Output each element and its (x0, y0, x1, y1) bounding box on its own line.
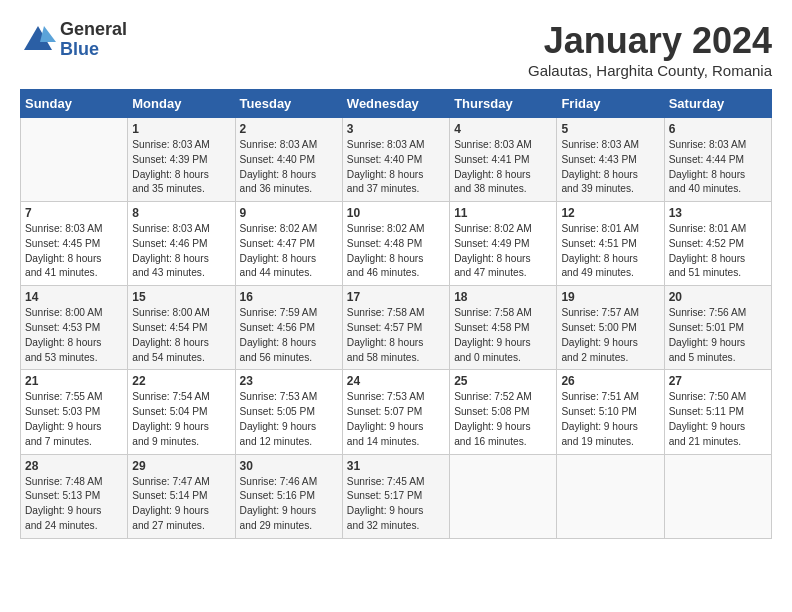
day-number: 9 (240, 206, 338, 220)
logo-text: General Blue (60, 20, 127, 60)
location-title: Galautas, Harghita County, Romania (528, 62, 772, 79)
week-row-5: 28Sunrise: 7:48 AMSunset: 5:13 PMDayligh… (21, 454, 772, 538)
day-cell (21, 118, 128, 202)
day-number: 3 (347, 122, 445, 136)
day-cell: 30Sunrise: 7:46 AMSunset: 5:16 PMDayligh… (235, 454, 342, 538)
day-cell (557, 454, 664, 538)
day-cell: 20Sunrise: 7:56 AMSunset: 5:01 PMDayligh… (664, 286, 771, 370)
day-info: Sunrise: 7:48 AMSunset: 5:13 PMDaylight:… (25, 475, 123, 534)
day-cell: 5Sunrise: 8:03 AMSunset: 4:43 PMDaylight… (557, 118, 664, 202)
day-info: Sunrise: 7:52 AMSunset: 5:08 PMDaylight:… (454, 390, 552, 449)
day-cell: 6Sunrise: 8:03 AMSunset: 4:44 PMDaylight… (664, 118, 771, 202)
day-cell: 7Sunrise: 8:03 AMSunset: 4:45 PMDaylight… (21, 202, 128, 286)
day-cell: 17Sunrise: 7:58 AMSunset: 4:57 PMDayligh… (342, 286, 449, 370)
day-number: 21 (25, 374, 123, 388)
day-cell: 21Sunrise: 7:55 AMSunset: 5:03 PMDayligh… (21, 370, 128, 454)
day-number: 31 (347, 459, 445, 473)
day-header-wednesday: Wednesday (342, 90, 449, 118)
day-info: Sunrise: 8:02 AMSunset: 4:48 PMDaylight:… (347, 222, 445, 281)
day-info: Sunrise: 7:55 AMSunset: 5:03 PMDaylight:… (25, 390, 123, 449)
logo-blue: Blue (60, 40, 127, 60)
day-header-sunday: Sunday (21, 90, 128, 118)
day-number: 17 (347, 290, 445, 304)
day-number: 16 (240, 290, 338, 304)
day-cell: 3Sunrise: 8:03 AMSunset: 4:40 PMDaylight… (342, 118, 449, 202)
day-number: 22 (132, 374, 230, 388)
day-cell: 13Sunrise: 8:01 AMSunset: 4:52 PMDayligh… (664, 202, 771, 286)
day-number: 8 (132, 206, 230, 220)
day-number: 6 (669, 122, 767, 136)
header: General Blue January 2024 Galautas, Harg… (20, 20, 772, 79)
day-number: 14 (25, 290, 123, 304)
logo-general: General (60, 20, 127, 40)
day-cell: 26Sunrise: 7:51 AMSunset: 5:10 PMDayligh… (557, 370, 664, 454)
day-info: Sunrise: 8:03 AMSunset: 4:40 PMDaylight:… (240, 138, 338, 197)
day-cell: 2Sunrise: 8:03 AMSunset: 4:40 PMDaylight… (235, 118, 342, 202)
day-header-monday: Monday (128, 90, 235, 118)
month-title: January 2024 (528, 20, 772, 62)
day-info: Sunrise: 8:02 AMSunset: 4:49 PMDaylight:… (454, 222, 552, 281)
day-number: 19 (561, 290, 659, 304)
calendar-table: SundayMondayTuesdayWednesdayThursdayFrid… (20, 89, 772, 539)
day-cell: 31Sunrise: 7:45 AMSunset: 5:17 PMDayligh… (342, 454, 449, 538)
day-header-saturday: Saturday (664, 90, 771, 118)
header-row: SundayMondayTuesdayWednesdayThursdayFrid… (21, 90, 772, 118)
day-cell (664, 454, 771, 538)
day-number: 2 (240, 122, 338, 136)
day-header-thursday: Thursday (450, 90, 557, 118)
day-info: Sunrise: 8:00 AMSunset: 4:54 PMDaylight:… (132, 306, 230, 365)
day-cell: 16Sunrise: 7:59 AMSunset: 4:56 PMDayligh… (235, 286, 342, 370)
day-info: Sunrise: 7:51 AMSunset: 5:10 PMDaylight:… (561, 390, 659, 449)
day-cell: 15Sunrise: 8:00 AMSunset: 4:54 PMDayligh… (128, 286, 235, 370)
day-cell: 23Sunrise: 7:53 AMSunset: 5:05 PMDayligh… (235, 370, 342, 454)
day-cell: 18Sunrise: 7:58 AMSunset: 4:58 PMDayligh… (450, 286, 557, 370)
day-info: Sunrise: 7:50 AMSunset: 5:11 PMDaylight:… (669, 390, 767, 449)
day-number: 29 (132, 459, 230, 473)
day-cell: 8Sunrise: 8:03 AMSunset: 4:46 PMDaylight… (128, 202, 235, 286)
day-info: Sunrise: 7:54 AMSunset: 5:04 PMDaylight:… (132, 390, 230, 449)
day-info: Sunrise: 8:00 AMSunset: 4:53 PMDaylight:… (25, 306, 123, 365)
day-info: Sunrise: 7:58 AMSunset: 4:57 PMDaylight:… (347, 306, 445, 365)
day-number: 26 (561, 374, 659, 388)
day-header-tuesday: Tuesday (235, 90, 342, 118)
day-info: Sunrise: 8:01 AMSunset: 4:51 PMDaylight:… (561, 222, 659, 281)
day-cell: 28Sunrise: 7:48 AMSunset: 5:13 PMDayligh… (21, 454, 128, 538)
day-cell: 14Sunrise: 8:00 AMSunset: 4:53 PMDayligh… (21, 286, 128, 370)
day-info: Sunrise: 7:53 AMSunset: 5:05 PMDaylight:… (240, 390, 338, 449)
day-cell: 11Sunrise: 8:02 AMSunset: 4:49 PMDayligh… (450, 202, 557, 286)
day-cell: 9Sunrise: 8:02 AMSunset: 4:47 PMDaylight… (235, 202, 342, 286)
day-info: Sunrise: 8:03 AMSunset: 4:43 PMDaylight:… (561, 138, 659, 197)
day-info: Sunrise: 8:01 AMSunset: 4:52 PMDaylight:… (669, 222, 767, 281)
day-cell: 1Sunrise: 8:03 AMSunset: 4:39 PMDaylight… (128, 118, 235, 202)
week-row-1: 1Sunrise: 8:03 AMSunset: 4:39 PMDaylight… (21, 118, 772, 202)
day-info: Sunrise: 7:57 AMSunset: 5:00 PMDaylight:… (561, 306, 659, 365)
day-info: Sunrise: 8:03 AMSunset: 4:41 PMDaylight:… (454, 138, 552, 197)
day-info: Sunrise: 8:03 AMSunset: 4:45 PMDaylight:… (25, 222, 123, 281)
day-info: Sunrise: 7:47 AMSunset: 5:14 PMDaylight:… (132, 475, 230, 534)
day-info: Sunrise: 8:02 AMSunset: 4:47 PMDaylight:… (240, 222, 338, 281)
day-number: 4 (454, 122, 552, 136)
day-info: Sunrise: 8:03 AMSunset: 4:46 PMDaylight:… (132, 222, 230, 281)
day-info: Sunrise: 8:03 AMSunset: 4:44 PMDaylight:… (669, 138, 767, 197)
day-number: 7 (25, 206, 123, 220)
week-row-3: 14Sunrise: 8:00 AMSunset: 4:53 PMDayligh… (21, 286, 772, 370)
week-row-2: 7Sunrise: 8:03 AMSunset: 4:45 PMDaylight… (21, 202, 772, 286)
day-number: 1 (132, 122, 230, 136)
day-number: 23 (240, 374, 338, 388)
day-cell: 24Sunrise: 7:53 AMSunset: 5:07 PMDayligh… (342, 370, 449, 454)
day-number: 13 (669, 206, 767, 220)
day-cell: 27Sunrise: 7:50 AMSunset: 5:11 PMDayligh… (664, 370, 771, 454)
svg-marker-1 (40, 26, 56, 42)
day-info: Sunrise: 7:59 AMSunset: 4:56 PMDaylight:… (240, 306, 338, 365)
day-info: Sunrise: 7:53 AMSunset: 5:07 PMDaylight:… (347, 390, 445, 449)
day-number: 10 (347, 206, 445, 220)
day-number: 12 (561, 206, 659, 220)
title-area: January 2024 Galautas, Harghita County, … (528, 20, 772, 79)
day-info: Sunrise: 7:46 AMSunset: 5:16 PMDaylight:… (240, 475, 338, 534)
day-info: Sunrise: 7:56 AMSunset: 5:01 PMDaylight:… (669, 306, 767, 365)
day-number: 24 (347, 374, 445, 388)
day-number: 5 (561, 122, 659, 136)
day-number: 11 (454, 206, 552, 220)
day-number: 15 (132, 290, 230, 304)
day-number: 27 (669, 374, 767, 388)
